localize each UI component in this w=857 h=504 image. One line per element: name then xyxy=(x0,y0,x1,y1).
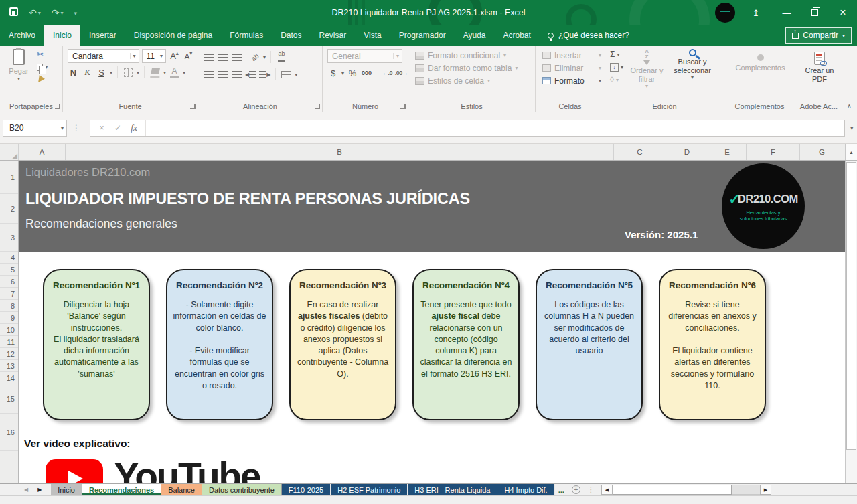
formula-input[interactable] xyxy=(146,120,844,136)
enter-button[interactable]: ✓ xyxy=(110,123,125,133)
bold-button[interactable]: N xyxy=(68,66,79,78)
align-middle-button[interactable] xyxy=(217,51,228,63)
format-painter-button[interactable] xyxy=(37,74,48,85)
align-top-button[interactable] xyxy=(203,51,214,63)
scroll-up-button[interactable]: ▲ xyxy=(845,144,857,160)
chevron-down-icon[interactable]: ▾ xyxy=(295,72,297,78)
tab-disposicion[interactable]: Disposición de página xyxy=(125,25,221,46)
tab-inicio[interactable]: Inicio xyxy=(44,25,80,46)
row-header[interactable]: 2 xyxy=(0,194,18,224)
align-right-button[interactable] xyxy=(231,68,242,80)
wrap-text-button[interactable]: ab xyxy=(276,51,287,63)
restore-button[interactable] xyxy=(801,0,829,25)
fill-color-button[interactable] xyxy=(149,66,161,78)
tab-archivo[interactable]: Archivo xyxy=(0,25,44,46)
italic-button[interactable]: K xyxy=(82,66,93,78)
chevron-down-icon[interactable]: ▾ xyxy=(110,70,112,76)
tab-acrobat[interactable]: Acrobat xyxy=(495,25,540,46)
row-header[interactable]: 3 xyxy=(0,224,18,252)
close-button[interactable]: × xyxy=(829,0,857,25)
row-header[interactable]: 4 xyxy=(0,252,18,264)
row-header[interactable]: 11 xyxy=(0,336,18,348)
horizontal-scrollbar[interactable]: ◀ ▶ xyxy=(601,484,771,495)
decrease-indent-button[interactable]: ◀ xyxy=(245,68,256,80)
shrink-font-button[interactable]: A▾ xyxy=(183,50,194,62)
row-header[interactable]: 15 xyxy=(0,384,18,414)
underline-button[interactable]: S xyxy=(96,66,107,78)
align-left-button[interactable] xyxy=(203,68,214,80)
select-all-corner[interactable]: ◢ xyxy=(0,144,19,160)
sheet-tab-datos-contribuyente[interactable]: Datos contribuyente xyxy=(202,484,282,495)
format-as-table-button[interactable]: Dar formato como tabla ▾ xyxy=(415,62,532,74)
row-header-partial[interactable] xyxy=(0,451,18,483)
comma-style-button[interactable]: 000 xyxy=(361,67,372,79)
row-header[interactable]: 5 xyxy=(0,264,18,276)
align-bottom-button[interactable] xyxy=(231,51,242,63)
sheet-tab-f110-2025[interactable]: F110-2025 xyxy=(282,484,331,495)
sheet-tab-recomendaciones[interactable]: Recomendaciones xyxy=(82,484,161,495)
chevron-down-icon[interactable]: ▾ xyxy=(183,70,185,76)
insert-function-button[interactable]: fx xyxy=(127,122,141,133)
column-header-f[interactable]: F xyxy=(747,144,800,160)
vertical-scrollbar[interactable] xyxy=(845,161,857,483)
minimize-button[interactable]: — xyxy=(773,0,801,25)
row-header[interactable]: 12 xyxy=(0,348,18,360)
ribbon-display-options-button[interactable]: ↥ xyxy=(743,0,769,25)
redo-button[interactable]: ↷▾ xyxy=(52,7,64,18)
borders-button[interactable] xyxy=(123,66,134,78)
row-header[interactable]: 1 xyxy=(0,161,18,194)
currency-button[interactable]: $ xyxy=(327,67,339,79)
chevron-down-icon[interactable]: ▾ xyxy=(341,70,344,76)
expand-formula-bar-button[interactable]: ▾ xyxy=(850,124,854,131)
conditional-formatting-button[interactable]: Formato condicional ▾ xyxy=(415,49,532,62)
vertical-scrollbar-thumb[interactable] xyxy=(846,162,856,450)
tab-datos[interactable]: Datos xyxy=(272,25,310,46)
sort-filter-button[interactable]: AZ Ordenar y filtrar ▾ xyxy=(626,49,668,89)
undo-button[interactable]: ↶▾ xyxy=(29,7,41,18)
row-header[interactable]: 9 xyxy=(0,312,18,324)
name-box[interactable]: B20 ▾ xyxy=(3,120,67,137)
row-header[interactable]: 14 xyxy=(0,372,18,384)
copy-button[interactable]: ▾ xyxy=(37,62,48,72)
tell-me-search[interactable]: ¿Qué desea hacer? xyxy=(540,25,637,46)
row-header[interactable]: 6 xyxy=(0,276,18,288)
scroll-right-button[interactable]: ▶ xyxy=(760,485,771,495)
sheet-tab-inicio[interactable]: Inicio xyxy=(51,484,82,495)
clear-button[interactable]: ◊▾ xyxy=(610,74,623,85)
column-header-b[interactable]: B xyxy=(66,144,614,160)
chevron-down-icon[interactable]: ▾ xyxy=(58,125,66,131)
customize-qat-button[interactable]: ▾ xyxy=(74,9,78,17)
font-dialog-launcher[interactable] xyxy=(190,104,196,109)
tab-programador[interactable]: Programador xyxy=(390,25,455,46)
clipboard-dialog-launcher[interactable] xyxy=(55,104,60,109)
tab-formulas[interactable]: Fórmulas xyxy=(221,25,272,46)
insert-cells-button[interactable]: Insertar ▾ xyxy=(542,49,601,62)
row-header[interactable]: 10 xyxy=(0,324,18,336)
row-header[interactable]: 16 xyxy=(0,414,18,451)
horizontal-scrollbar-thumb[interactable] xyxy=(613,485,732,495)
find-select-button[interactable]: Buscar y seleccionar ▾ xyxy=(668,49,717,89)
number-format-select[interactable]: General▾ xyxy=(327,49,402,63)
row-header[interactable]: 13 xyxy=(0,360,18,372)
prev-sheet-button[interactable]: ◀ xyxy=(24,487,28,493)
column-header-g[interactable]: G xyxy=(800,144,844,160)
horizontal-scrollbar-track[interactable] xyxy=(732,485,760,495)
cancel-button[interactable]: × xyxy=(94,123,109,133)
font-color-button[interactable]: A xyxy=(169,66,180,78)
font-name-select[interactable]: Candara▾ xyxy=(68,49,139,63)
sheet-tab-h3-eri-renta-liquida[interactable]: H3 ERI - Renta Liquida xyxy=(408,484,497,495)
align-center-button[interactable] xyxy=(217,68,228,80)
tab-splitter[interactable]: ⋮ xyxy=(587,485,595,494)
number-dialog-launcher[interactable] xyxy=(400,104,406,109)
column-header-c[interactable]: C xyxy=(614,144,666,160)
merge-center-button[interactable] xyxy=(281,68,292,80)
chevron-down-icon[interactable]: ▾ xyxy=(137,70,139,76)
chevron-down-icon[interactable]: ▾ xyxy=(163,70,166,76)
cut-button[interactable]: ✂ xyxy=(37,49,48,60)
orientation-button[interactable]: ab xyxy=(246,49,263,66)
column-header-e[interactable]: E xyxy=(708,144,747,160)
chevron-down-icon[interactable]: ▾ xyxy=(263,54,266,60)
scroll-left-button[interactable]: ◀ xyxy=(601,485,613,495)
font-size-select[interactable]: 11▾ xyxy=(142,49,166,63)
save-button[interactable] xyxy=(9,7,18,19)
